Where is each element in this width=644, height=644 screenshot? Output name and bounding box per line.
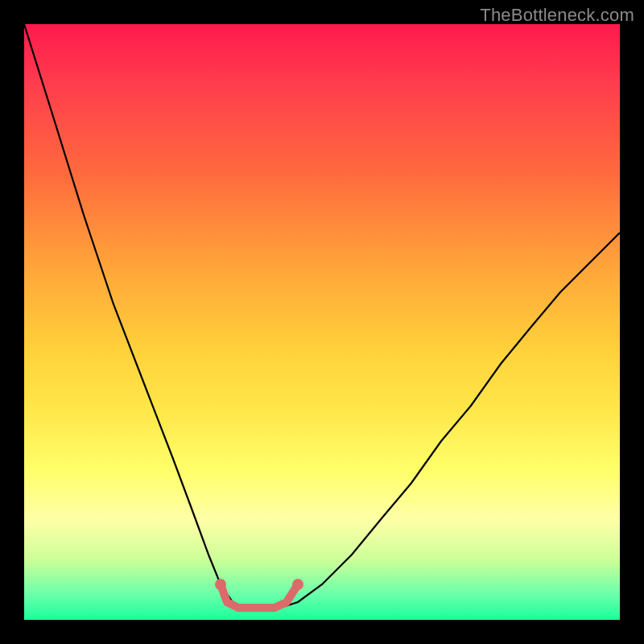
optimal-zone-end-dot [292, 579, 303, 590]
bottleneck-curve [24, 24, 620, 608]
stage: TheBottleneck.com [0, 0, 644, 644]
bottleneck-curve-svg [24, 24, 620, 620]
watermark-text: TheBottleneck.com [480, 5, 634, 26]
optimal-zone-marker [221, 584, 298, 608]
optimal-zone-start-dot [215, 579, 226, 590]
plot-area [24, 24, 620, 620]
